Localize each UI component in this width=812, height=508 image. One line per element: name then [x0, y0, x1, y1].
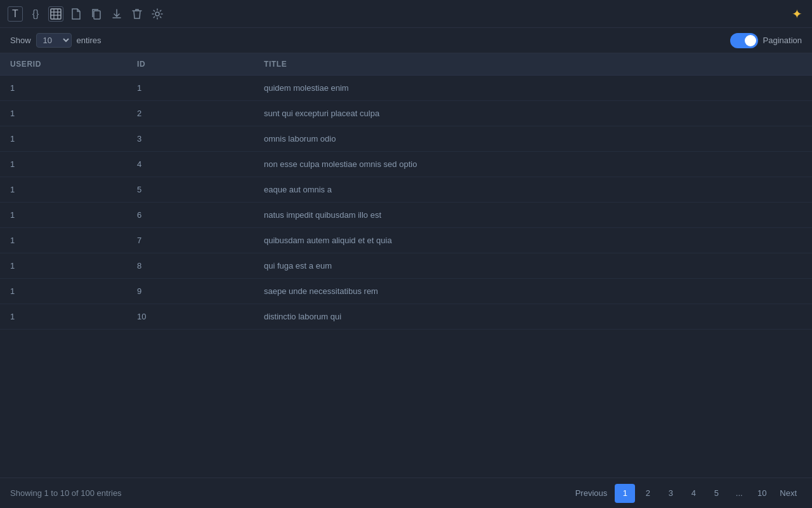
- cell-title: saepe unde necessitatibus rem: [254, 279, 812, 304]
- table-row: 1 9 saepe unde necessitatibus rem: [0, 279, 812, 304]
- table-body: 1 1 quidem molestiae enim 1 2 sunt qui e…: [0, 76, 812, 330]
- cell-title: non esse culpa molestiae omnis sed optio: [254, 152, 812, 177]
- cell-userid: 1: [0, 203, 127, 228]
- table-container: USERID ID TITLE 1 1 quidem molestiae eni…: [0, 53, 812, 478]
- file-icon[interactable]: [69, 6, 84, 22]
- cell-userid: 1: [0, 126, 127, 152]
- footer-info: Showing 1 to 10 of 100 entries: [10, 488, 122, 498]
- download-icon[interactable]: [109, 6, 124, 22]
- table-row: 1 1 quidem molestiae enim: [0, 76, 812, 101]
- cell-id: 1: [127, 76, 254, 101]
- page-4-button[interactable]: 4: [683, 484, 704, 503]
- table-header: USERID ID TITLE: [0, 53, 812, 76]
- cell-id: 5: [127, 177, 254, 203]
- cell-id: 10: [127, 304, 254, 330]
- pagination-toggle-group: Pagination: [730, 33, 802, 48]
- show-label: Show: [10, 36, 31, 45]
- svg-rect-5: [94, 11, 100, 19]
- cell-userid: 1: [0, 101, 127, 126]
- cell-title: eaque aut omnis a: [254, 177, 812, 203]
- cell-userid: 1: [0, 177, 127, 203]
- cell-title: qui fuga est a eum: [254, 253, 812, 279]
- sun-icon[interactable]: ✦: [789, 6, 804, 22]
- footer: Showing 1 to 10 of 100 entries Previous …: [0, 478, 812, 508]
- col-header-userid: USERID: [0, 53, 127, 76]
- table-row: 1 4 non esse culpa molestiae omnis sed o…: [0, 152, 812, 177]
- cell-title: natus impedit quibusdam illo est: [254, 203, 812, 228]
- cell-userid: 1: [0, 253, 127, 279]
- table-icon[interactable]: [48, 6, 63, 22]
- cell-title: quidem molestiae enim: [254, 76, 812, 101]
- code-icon[interactable]: {}: [28, 6, 43, 22]
- page-10-button[interactable]: 10: [752, 484, 772, 503]
- cell-userid: 1: [0, 76, 127, 101]
- table-row: 1 8 qui fuga est a eum: [0, 253, 812, 279]
- cell-userid: 1: [0, 228, 127, 253]
- table-row: 1 6 natus impedit quibusdam illo est: [0, 203, 812, 228]
- cell-title: distinctio laborum qui: [254, 304, 812, 330]
- page-3-button[interactable]: 3: [660, 484, 681, 503]
- cell-id: 7: [127, 228, 254, 253]
- cell-id: 2: [127, 101, 254, 126]
- cell-id: 4: [127, 152, 254, 177]
- next-button[interactable]: Next: [775, 484, 802, 503]
- cell-id: 9: [127, 279, 254, 304]
- show-select[interactable]: 10 25 50 100: [36, 33, 72, 48]
- pagination-controls: Previous 1 2 3 4 5 ... 10 Next: [570, 484, 802, 503]
- col-header-id: ID: [127, 53, 254, 76]
- table-row: 1 3 omnis laborum odio: [0, 126, 812, 152]
- entries-label: entires: [77, 36, 102, 45]
- page-5-button[interactable]: 5: [706, 484, 726, 503]
- page-1-button[interactable]: 1: [615, 484, 635, 503]
- table-row: 1 10 distinctio laborum qui: [0, 304, 812, 330]
- page-2-button[interactable]: 2: [638, 484, 658, 503]
- pagination-label: Pagination: [763, 36, 802, 45]
- copy-icon[interactable]: [89, 6, 104, 22]
- cell-id: 6: [127, 203, 254, 228]
- cell-title: sunt qui excepturi placeat culpa: [254, 101, 812, 126]
- pagination-toggle[interactable]: [730, 33, 758, 48]
- cell-id: 3: [127, 126, 254, 152]
- data-table: USERID ID TITLE 1 1 quidem molestiae eni…: [0, 53, 812, 330]
- show-bar: Show 10 25 50 100 entires Pagination: [0, 28, 812, 53]
- table-row: 1 7 quibusdam autem aliquid et et quia: [0, 228, 812, 253]
- cell-id: 8: [127, 253, 254, 279]
- cell-title: omnis laborum odio: [254, 126, 812, 152]
- text-icon[interactable]: T: [8, 6, 23, 22]
- cell-userid: 1: [0, 279, 127, 304]
- col-header-title: TITLE: [254, 53, 812, 76]
- svg-point-6: [155, 12, 159, 16]
- page-ellipsis: ...: [729, 484, 749, 503]
- svg-rect-0: [51, 9, 61, 19]
- cell-userid: 1: [0, 152, 127, 177]
- trash-icon[interactable]: [129, 6, 145, 22]
- cell-userid: 1: [0, 304, 127, 330]
- settings-icon[interactable]: [150, 6, 165, 22]
- cell-title: quibusdam autem aliquid et et quia: [254, 228, 812, 253]
- table-row: 1 2 sunt qui excepturi placeat culpa: [0, 101, 812, 126]
- previous-button[interactable]: Previous: [570, 484, 613, 503]
- toolbar: T {}: [0, 0, 812, 28]
- table-row: 1 5 eaque aut omnis a: [0, 177, 812, 203]
